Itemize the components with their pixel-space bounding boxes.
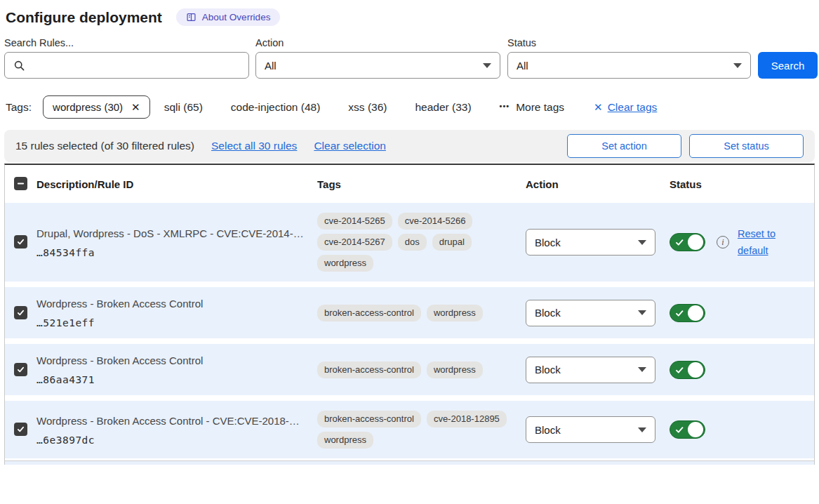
rule-tags: broken-access-controlcve-2018-12895wordp…	[317, 411, 508, 449]
rule-id: …86aa4371	[36, 374, 306, 385]
rule-description: Wordpress - Broken Access Control	[36, 354, 306, 368]
column-header-tags: Tags	[317, 178, 526, 190]
search-button[interactable]: Search	[758, 52, 818, 79]
remove-tag-icon[interactable]: ✕	[131, 102, 140, 112]
clear-selection-link[interactable]: Clear selection	[314, 140, 386, 152]
rule-action-select[interactable]: Block	[526, 357, 655, 383]
selection-bar: 15 rules selected (of 30 filtered rules)…	[4, 130, 815, 162]
rule-status-toggle[interactable]	[670, 233, 705, 251]
tag-pill: broken-access-control	[317, 305, 421, 321]
rule-description: Wordpress - Broken Access Control	[36, 297, 306, 311]
tag-pill: cve-2014-5265	[317, 213, 392, 230]
rule-status-toggle[interactable]	[670, 420, 705, 439]
rule-action-select[interactable]: Block	[526, 300, 655, 326]
caret-down-icon	[638, 367, 646, 372]
rule-description: Drupal, Wordpress - DoS - XMLRPC - CVE:C…	[36, 227, 306, 241]
tag-pill: drupal	[432, 234, 472, 251]
table-header-row: Description/Rule ID Tags Action Status	[5, 165, 814, 203]
about-overrides-label: About Overrides	[202, 12, 271, 22]
toggle-knob	[688, 362, 703, 378]
caret-down-icon	[638, 240, 646, 245]
action-filter-group: Action All	[255, 37, 500, 79]
status-filter-value: All	[517, 60, 528, 72]
rule-status-toggle[interactable]	[670, 361, 705, 379]
tag-item-header[interactable]: header (33)	[415, 101, 471, 114]
table-row: Wordpress - Broken Access Control …521e1…	[5, 287, 814, 338]
about-overrides-badge[interactable]: About Overrides	[176, 8, 281, 26]
caret-down-icon	[483, 63, 491, 68]
column-header-status: Status	[670, 178, 814, 190]
row-divider	[5, 338, 814, 344]
table-row: Wordpress - Broken Access Control - CVE:…	[5, 401, 814, 458]
status-filter-select[interactable]: All	[507, 52, 751, 79]
rule-tags: broken-access-controlwordpress	[317, 305, 508, 321]
rule-id: …84534ffa	[36, 247, 306, 258]
selected-tag-wordpress[interactable]: wordpress (30) ✕	[43, 95, 150, 119]
set-status-button[interactable]: Set status	[689, 134, 804, 158]
rule-description: Wordpress - Broken Access Control - CVE:…	[36, 414, 306, 428]
clear-x-icon: ✕	[594, 101, 603, 114]
rule-action-value: Block	[535, 364, 561, 376]
row-checkbox[interactable]	[14, 363, 27, 376]
clear-tags-link[interactable]: ✕ Clear tags	[594, 101, 657, 114]
search-input[interactable]	[31, 59, 240, 72]
filter-bar: Search Rules... Action All Status All Se…	[4, 37, 819, 79]
row-checkbox[interactable]	[14, 235, 27, 248]
set-action-button[interactable]: Set action	[567, 134, 681, 158]
tags-bar: Tags: wordpress (30) ✕ sqli (65) code-in…	[6, 95, 813, 119]
rule-action-select[interactable]: Block	[526, 229, 655, 256]
row-checkbox[interactable]	[14, 423, 27, 436]
more-tags-label: More tags	[516, 101, 564, 114]
rules-table: Description/Rule ID Tags Action Status D…	[4, 164, 815, 465]
table-row: Wordpress - Broken Access Control …86aa4…	[5, 344, 814, 395]
rule-tags: broken-access-controlwordpress	[317, 362, 508, 378]
tag-pill: wordpress	[427, 305, 483, 321]
table-row: Drupal, Wordpress - DoS - XMLRPC - CVE:C…	[5, 203, 814, 281]
select-all-rules-link[interactable]: Select all 30 rules	[211, 140, 297, 152]
selected-tag-label: wordpress (30)	[53, 101, 123, 113]
selection-summary: 15 rules selected (of 30 filtered rules)	[15, 140, 194, 152]
caret-down-icon	[638, 427, 646, 432]
status-filter-group: Status All	[507, 37, 751, 79]
search-input-wrapper	[4, 52, 249, 79]
row-divider	[5, 281, 814, 287]
row-checkbox[interactable]	[14, 306, 27, 319]
tag-pill: cve-2018-12895	[427, 411, 507, 427]
action-filter-label: Action	[255, 37, 500, 48]
caret-down-icon	[638, 310, 646, 315]
tag-pill: dos	[398, 234, 427, 251]
clear-tags-label: Clear tags	[608, 101, 658, 114]
rule-id: …6e3897dc	[36, 435, 306, 446]
tag-pill: broken-access-control	[317, 411, 421, 427]
toggle-knob	[688, 422, 703, 437]
search-icon	[13, 60, 25, 72]
rule-status-toggle[interactable]	[670, 304, 705, 322]
column-header-description: Description/Rule ID	[36, 178, 317, 190]
reset-to-default-link[interactable]: Reset to default	[738, 225, 783, 259]
tag-item-code-injection[interactable]: code-injection (48)	[231, 101, 321, 114]
rule-action-value: Block	[535, 424, 561, 436]
info-icon[interactable]: i	[717, 236, 729, 248]
search-rules-label: Search Rules...	[4, 37, 249, 48]
tag-item-sqli[interactable]: sqli (65)	[164, 101, 203, 114]
toggle-knob	[688, 234, 703, 250]
action-filter-select[interactable]: All	[255, 52, 500, 79]
more-tags-button[interactable]: ••• More tags	[500, 101, 564, 114]
caret-down-icon	[733, 63, 742, 68]
ellipsis-icon: •••	[500, 102, 510, 110]
book-open-icon	[186, 12, 197, 22]
rule-action-value: Block	[535, 307, 561, 319]
tag-item-xss[interactable]: xss (36)	[348, 101, 387, 114]
tag-pill: wordpress	[317, 255, 373, 272]
tag-pill: cve-2014-5267	[317, 234, 392, 251]
action-filter-value: All	[265, 60, 277, 72]
select-all-checkbox[interactable]	[14, 177, 27, 190]
rule-action-value: Block	[535, 237, 561, 248]
table-body: Drupal, Wordpress - DoS - XMLRPC - CVE:C…	[5, 203, 814, 460]
page-header: Configure deployment About Overrides	[6, 8, 813, 26]
tag-pill: wordpress	[317, 432, 373, 449]
rule-action-select[interactable]: Block	[526, 416, 655, 443]
column-header-action: Action	[526, 178, 670, 190]
next-row-partial	[5, 460, 814, 465]
search-rules-group: Search Rules...	[4, 37, 249, 79]
